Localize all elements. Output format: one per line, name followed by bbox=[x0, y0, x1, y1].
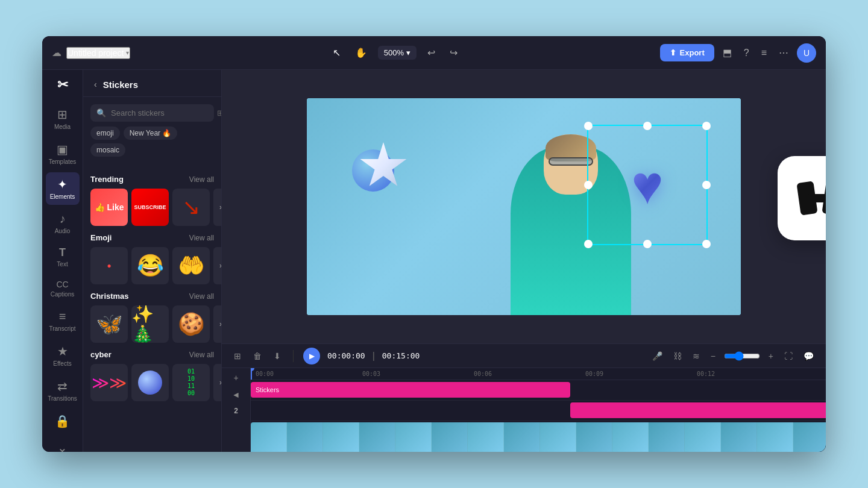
sidebar-item-lock[interactable]: 🔒 bbox=[46, 409, 80, 433]
subscribe-sticker-preview: SUBSCRIBE bbox=[131, 189, 169, 226]
redo-button[interactable]: ↪ bbox=[446, 43, 461, 62]
export-button[interactable]: ⬆ Export bbox=[660, 44, 714, 61]
timeline-right-controls: 🎤 ⛓ ≋ − + ⛶ 💬 bbox=[650, 349, 816, 363]
video-thumb bbox=[649, 422, 685, 452]
sticker-love-hands[interactable]: 🤲 bbox=[172, 247, 210, 284]
filter-icon[interactable]: ⊞ bbox=[217, 108, 222, 117]
stickers-clip[interactable]: Stickers bbox=[251, 382, 570, 398]
overlay-clip[interactable] bbox=[570, 402, 826, 418]
christmas-title: Christmas bbox=[90, 292, 129, 301]
sidebar-item-effects[interactable]: ★ Effects bbox=[46, 339, 80, 372]
timeline-sidebar-audio[interactable]: ◄ bbox=[230, 387, 243, 402]
header-left: ☁ Untitled project ▾ bbox=[52, 47, 130, 59]
avatar[interactable]: U bbox=[797, 43, 816, 63]
timeline-delete-button[interactable]: 🗑 bbox=[251, 349, 264, 363]
mic-button[interactable]: 🎤 bbox=[650, 349, 665, 363]
timeline-controls: ⊞ 🗑 ⬇ ▶ 00:00:00 | 00:15:00 🎤 ⛓ ≋ − + bbox=[222, 344, 826, 368]
heart-sticker-selected[interactable]: ♥ bbox=[587, 125, 708, 245]
zoom-level: 500% bbox=[384, 48, 404, 57]
trending-more-button[interactable]: › bbox=[213, 189, 221, 226]
tag-new-year[interactable]: New Year 🔥 bbox=[124, 127, 178, 140]
sticker-orb[interactable] bbox=[131, 364, 169, 401]
list-button[interactable]: ≡ bbox=[758, 44, 770, 62]
sticker-glitch[interactable]: ≫≫ bbox=[90, 364, 128, 401]
sidebar-item-captions[interactable]: CC Captions bbox=[46, 275, 80, 302]
star-shape bbox=[359, 142, 407, 190]
trending-view-all[interactable]: View all bbox=[189, 175, 214, 184]
media-icon: ⊞ bbox=[57, 107, 68, 122]
more-button[interactable]: ⋯ bbox=[775, 43, 792, 62]
cyber-view-all[interactable]: View all bbox=[189, 351, 214, 359]
zoom-minus-button[interactable]: − bbox=[708, 349, 718, 363]
sidebar-item-transcript[interactable]: ≡ Transcript bbox=[46, 305, 80, 337]
emoji-view-all[interactable]: View all bbox=[189, 234, 214, 242]
person-glasses bbox=[549, 157, 593, 166]
timeline-sidebar-add[interactable]: + bbox=[231, 371, 241, 385]
panel-back-button[interactable]: ‹ bbox=[93, 78, 98, 90]
sidebar-item-transitions[interactable]: ⇄ Transitions bbox=[46, 374, 80, 407]
christmas-view-all[interactable]: View all bbox=[189, 292, 214, 301]
zoom-slider[interactable] bbox=[724, 351, 760, 361]
help-button[interactable]: ? bbox=[740, 44, 753, 62]
tag-mosaic[interactable]: mosaic bbox=[90, 143, 125, 157]
sticker-christmas-tree[interactable]: ✨🎄 bbox=[131, 305, 169, 343]
stickers-panel: ‹ Stickers 🔍 ⊞ emoji New Year 🔥 mosaic bbox=[83, 70, 222, 452]
header: ☁ Untitled project ▾ ↖ ✋ 500% ▾ ↩ ↪ ⬆ Ex… bbox=[42, 36, 826, 70]
arrow-sticker-preview: ↘ bbox=[182, 195, 200, 220]
star-sticker[interactable] bbox=[356, 139, 410, 193]
search-input[interactable] bbox=[111, 108, 212, 117]
timeline-download-button[interactable]: ⬇ bbox=[271, 349, 283, 363]
sidebar-item-audio[interactable]: ♪ Audio bbox=[46, 207, 80, 239]
christmas-more-button[interactable]: › bbox=[213, 305, 221, 343]
sticker-red-dot[interactable]: ● bbox=[90, 247, 128, 284]
sidebar: ✂ ⊞ Media ▣ Templates ✦ Elements ♪ Audio… bbox=[42, 70, 83, 452]
video-thumb bbox=[287, 422, 323, 452]
selection-handle-tm[interactable] bbox=[643, 122, 652, 130]
sidebar-item-collapse[interactable]: ⌄ bbox=[46, 436, 80, 452]
video-clip[interactable] bbox=[251, 422, 826, 452]
sticker-gingerbread[interactable]: 🍪 bbox=[172, 305, 210, 343]
selection-handle-ml[interactable] bbox=[584, 181, 593, 189]
track-stickers: Stickers bbox=[251, 380, 826, 401]
templates-icon: ▣ bbox=[57, 142, 68, 157]
selection-handle-bl[interactable] bbox=[584, 240, 593, 248]
comment-button[interactable]: 💬 bbox=[801, 349, 816, 363]
capcut-symbol-svg bbox=[796, 177, 826, 219]
sidebar-item-text[interactable]: T Text bbox=[46, 242, 80, 272]
video-thumb bbox=[504, 422, 540, 452]
selection-handle-tr[interactable] bbox=[702, 122, 711, 130]
selection-handle-tl[interactable] bbox=[584, 122, 593, 130]
save-button[interactable]: ⬒ bbox=[719, 43, 735, 62]
selection-handle-mr[interactable] bbox=[702, 181, 711, 189]
selection-handle-bm[interactable] bbox=[643, 240, 652, 248]
zoom-plus-button[interactable]: + bbox=[766, 349, 776, 363]
pointer-tool-button[interactable]: ↖ bbox=[329, 43, 344, 62]
hand-tool-button[interactable]: ✋ bbox=[351, 43, 371, 62]
tag-emoji[interactable]: emoji bbox=[90, 127, 120, 140]
undo-button[interactable]: ↩ bbox=[424, 43, 439, 62]
sticker-subscribe[interactable]: SUBSCRIBE bbox=[131, 189, 169, 226]
sidebar-item-templates[interactable]: ▣ Templates bbox=[46, 137, 80, 170]
equalizer-button[interactable]: ≋ bbox=[690, 349, 702, 363]
sticker-wings[interactable]: 🦋 bbox=[90, 305, 128, 343]
link-button[interactable]: ⛓ bbox=[671, 349, 684, 363]
export-label: Export bbox=[680, 48, 705, 57]
sticker-arrow[interactable]: ↘ bbox=[172, 189, 210, 226]
sticker-matrix[interactable]: 01101100 bbox=[172, 364, 210, 401]
cyber-more-button[interactable]: › bbox=[213, 364, 221, 401]
sticker-like[interactable]: 👍 Like bbox=[90, 189, 128, 226]
timeline-add-button[interactable]: ⊞ bbox=[231, 349, 244, 363]
play-button[interactable]: ▶ bbox=[303, 348, 320, 364]
sidebar-item-media[interactable]: ⊞ Media bbox=[46, 102, 80, 135]
header-center: ↖ ✋ 500% ▾ ↩ ↪ bbox=[137, 43, 652, 62]
project-title-button[interactable]: Untitled project ▾ bbox=[66, 47, 130, 59]
emoji-more-button[interactable]: › bbox=[213, 247, 221, 284]
sidebar-item-elements[interactable]: ✦ Elements bbox=[46, 172, 80, 205]
fullscreen-button[interactable]: ⛶ bbox=[782, 349, 795, 363]
selection-handle-br[interactable] bbox=[702, 240, 711, 248]
track-video bbox=[251, 421, 826, 452]
sticker-laugh[interactable]: 😂 bbox=[131, 247, 169, 284]
canvas[interactable]: ♥ bbox=[307, 98, 741, 315]
zoom-control[interactable]: 500% ▾ bbox=[378, 46, 417, 60]
chevron-down-icon: ▾ bbox=[126, 49, 129, 56]
